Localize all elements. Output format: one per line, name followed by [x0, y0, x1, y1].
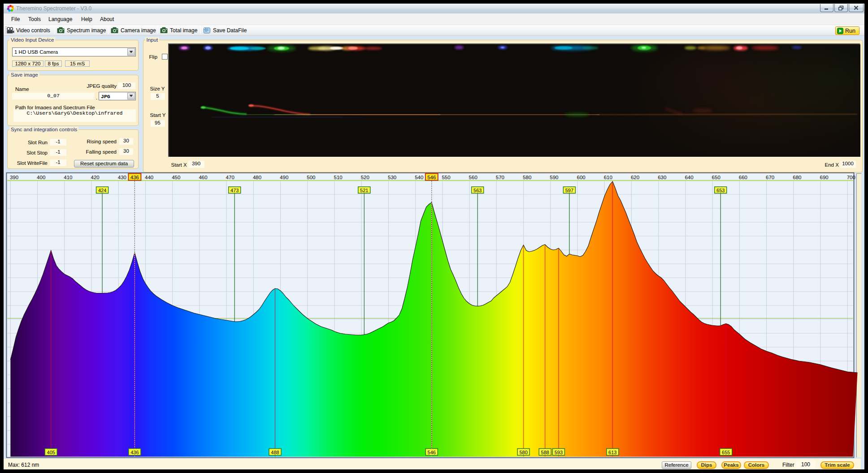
svg-text:510: 510: [334, 175, 343, 180]
svg-text:620: 620: [631, 175, 639, 180]
svg-text:570: 570: [496, 175, 504, 180]
svg-text:600: 600: [577, 175, 586, 180]
svg-text:460: 460: [199, 175, 207, 180]
svg-text:488: 488: [271, 450, 279, 455]
svg-text:580: 580: [519, 450, 527, 455]
svg-text:436: 436: [130, 175, 139, 180]
svg-text:640: 640: [685, 175, 693, 180]
svg-text:490: 490: [280, 175, 288, 180]
svg-text:590: 590: [550, 175, 558, 180]
svg-text:588: 588: [541, 450, 549, 455]
svg-text:613: 613: [608, 450, 616, 455]
svg-text:560: 560: [469, 175, 477, 180]
svg-text:400: 400: [37, 175, 45, 180]
svg-text:690: 690: [820, 175, 829, 180]
svg-text:563: 563: [473, 188, 482, 193]
svg-text:593: 593: [555, 450, 563, 455]
svg-text:436: 436: [130, 450, 139, 455]
svg-text:660: 660: [739, 175, 747, 180]
svg-text:424: 424: [98, 188, 106, 193]
svg-text:670: 670: [766, 175, 774, 180]
svg-text:540: 540: [415, 175, 423, 180]
svg-text:546: 546: [428, 450, 436, 455]
svg-text:530: 530: [388, 175, 396, 180]
svg-text:500: 500: [307, 175, 315, 180]
svg-text:546: 546: [427, 175, 436, 180]
svg-text:655: 655: [722, 450, 730, 455]
svg-text:410: 410: [64, 175, 72, 180]
svg-text:630: 630: [658, 175, 666, 180]
svg-text:521: 521: [360, 188, 368, 193]
svg-text:650: 650: [712, 175, 720, 180]
svg-text:700: 700: [847, 175, 855, 180]
svg-text:520: 520: [361, 175, 369, 180]
svg-text:390: 390: [10, 175, 18, 180]
svg-text:653: 653: [716, 188, 725, 193]
svg-text:680: 680: [793, 175, 801, 180]
svg-text:420: 420: [91, 175, 100, 180]
svg-text:473: 473: [230, 188, 239, 193]
svg-text:450: 450: [172, 175, 180, 180]
svg-text:440: 440: [145, 175, 153, 180]
svg-text:470: 470: [226, 175, 234, 180]
svg-text:550: 550: [442, 175, 450, 180]
svg-text:430: 430: [118, 175, 126, 180]
svg-text:580: 580: [523, 175, 531, 180]
svg-text:480: 480: [253, 175, 261, 180]
svg-text:610: 610: [604, 175, 612, 180]
svg-text:405: 405: [47, 450, 55, 455]
svg-text:597: 597: [565, 188, 573, 193]
